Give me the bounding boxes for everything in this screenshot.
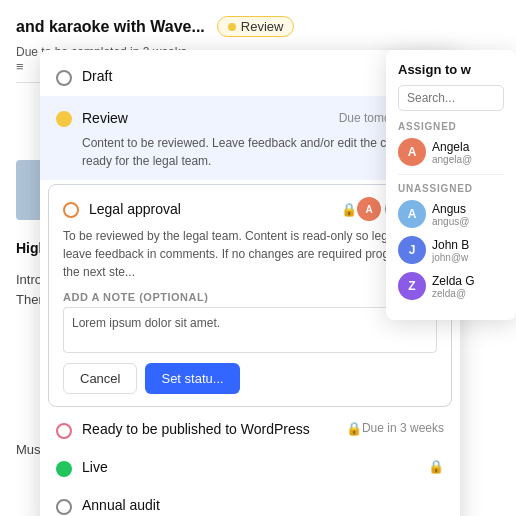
- ready-circle: [56, 423, 72, 439]
- zelda-info: Zelda G zelda@: [432, 274, 475, 299]
- page-title: and karaoke with Wave...: [16, 18, 205, 36]
- live-circle: [56, 461, 72, 477]
- review-badge: Review: [217, 16, 295, 37]
- legal-avatar-1: A: [357, 197, 381, 221]
- angus-avatar: A: [398, 200, 426, 228]
- review-dot: [228, 23, 236, 31]
- zelda-avatar: Z: [398, 272, 426, 300]
- list-icon: ≡: [16, 59, 24, 74]
- review-circle: [56, 111, 72, 127]
- live-label: Live: [82, 459, 424, 475]
- review-label: Review: [82, 110, 339, 126]
- action-buttons: Cancel Set statu...: [63, 363, 240, 394]
- angela-info: Angela angela@: [432, 140, 472, 165]
- set-status-button[interactable]: Set statu...: [145, 363, 239, 394]
- assign-panel: Assign to w ASSIGNED A Angela angela@ UN…: [386, 50, 516, 320]
- assign-title: Assign to w: [398, 62, 504, 77]
- legal-label: Legal approval: [89, 201, 337, 217]
- john-info: John B john@w: [432, 238, 469, 263]
- audit-circle: [56, 499, 72, 515]
- status-item-live[interactable]: Live 🔒: [40, 449, 460, 487]
- draft-circle: [56, 70, 72, 86]
- legal-header: Legal approval 🔒 A ⏱ 👤: [63, 197, 437, 221]
- angus-info: Angus angus@: [432, 202, 469, 227]
- ready-meta: Due in 3 weeks: [362, 421, 444, 435]
- assign-user-angela[interactable]: A Angela angela@: [398, 138, 504, 166]
- ready-due: Due in 3 weeks: [362, 421, 444, 435]
- ready-lock-icon: 🔒: [346, 421, 362, 436]
- add-note-label: ADD A NOTE (OPTIONAL): [63, 291, 208, 303]
- unassigned-label: UNASSIGNED: [398, 183, 504, 194]
- section-divider: [398, 174, 504, 175]
- search-input[interactable]: [398, 85, 504, 111]
- legal-desc: To be reviewed by the legal team. Conten…: [63, 227, 437, 281]
- ready-label: Ready to be published to WordPress: [82, 421, 342, 437]
- legal-circle: [63, 202, 79, 218]
- john-avatar: J: [398, 236, 426, 264]
- assign-user-zelda[interactable]: Z Zelda G zelda@: [398, 272, 504, 300]
- legal-lock-icon: 🔒: [341, 202, 357, 217]
- note-textarea[interactable]: Lorem ipsum dolor sit amet.: [63, 307, 437, 353]
- assigned-label: ASSIGNED: [398, 121, 504, 132]
- status-item-audit[interactable]: Annual audit: [40, 487, 460, 516]
- page-header: and karaoke with Wave... Review: [16, 16, 500, 37]
- status-item-ready[interactable]: Ready to be published to WordPress 🔒 Due…: [40, 411, 460, 449]
- live-lock-icon: 🔒: [428, 459, 444, 474]
- assign-user-john[interactable]: J John B john@w: [398, 236, 504, 264]
- angela-avatar: A: [398, 138, 426, 166]
- audit-label: Annual audit: [82, 497, 444, 513]
- cancel-button[interactable]: Cancel: [63, 363, 137, 394]
- assign-user-angus[interactable]: A Angus angus@: [398, 200, 504, 228]
